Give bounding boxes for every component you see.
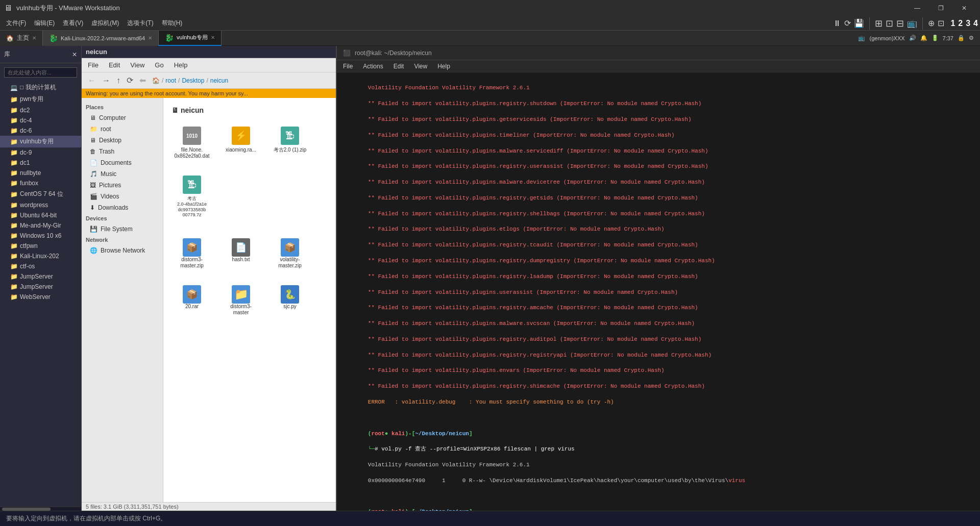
sidebar-item-documents[interactable]: 📄 Documents: [82, 157, 163, 168]
vm-item-win10[interactable]: 📁 Windows 10 x6: [0, 231, 81, 241]
vm-item-wordpress[interactable]: 📁 wordpress: [0, 200, 81, 210]
sidebar-item-videos[interactable]: 🎬 Videos: [82, 191, 163, 202]
sidebar-item-downloads[interactable]: ⬇ Downloads: [82, 202, 163, 213]
vm-item-funbox[interactable]: 📁 funbox: [0, 178, 81, 188]
file-item-distorm-folder[interactable]: 📁 distorm3-master: [220, 281, 261, 320]
file-item-20rar[interactable]: 📦 20.rar: [172, 281, 212, 320]
vm-item-dc2[interactable]: 📁 dc2: [0, 105, 81, 115]
term-menu-actions[interactable]: Actions: [361, 62, 385, 71]
file-item-dat[interactable]: 1010 file.None.0x862e2fa0.dat: [172, 122, 212, 163]
vm-item-pwn[interactable]: 📁 pwn专用: [0, 93, 81, 105]
vm-item-centos[interactable]: 📁 CentOS 7 64 位: [0, 188, 81, 200]
vm-item-vulnhub[interactable]: 📁 vulnhub专用: [0, 136, 81, 147]
sidebar-item-music[interactable]: 🎵 Music: [82, 168, 163, 180]
close-button[interactable]: ✕: [952, 0, 976, 16]
back2-button[interactable]: ⬅: [137, 74, 148, 86]
vm-item-ctfpwn[interactable]: 📁 ctfpwn: [0, 241, 81, 251]
toolbar-btn3[interactable]: ⊞: [875, 18, 883, 29]
toolbar-btn8[interactable]: ⊡: [938, 18, 944, 28]
vm-item-nullbyte[interactable]: 📁 nullbyte: [0, 168, 81, 178]
vm-item-jumpserver1[interactable]: 📁 JumpServer: [0, 271, 81, 282]
term-menu-edit[interactable]: Edit: [391, 62, 406, 71]
vm-item-webserver[interactable]: 📁 WebServer: [0, 292, 81, 302]
file-item-zip1[interactable]: 🗜 考古2.0 (1).zip: [270, 122, 310, 163]
breadcrumb-home[interactable]: 🏠: [152, 77, 160, 84]
vm-item-dc6[interactable]: 📁 dc-6: [0, 126, 81, 136]
menu-vm[interactable]: 虚拟机(M): [87, 17, 123, 30]
sidebar-item-trash[interactable]: 🗑 Trash: [82, 146, 163, 157]
tab-num-2[interactable]: 2: [958, 19, 963, 28]
file-manager-panel: neicun File Edit View Go Help ← → ↑ ⟳ ⬅ …: [82, 46, 337, 511]
breadcrumb-root[interactable]: root: [165, 77, 176, 84]
sidebar-close[interactable]: ✕: [72, 51, 77, 58]
file-item-ra[interactable]: ⚡ xiaoming.ra...: [220, 122, 261, 163]
sidebar-item-root[interactable]: 📁 root: [82, 123, 163, 135]
term-menu-help[interactable]: Help: [435, 62, 452, 71]
term-menu-file[interactable]: File: [341, 62, 355, 71]
tab-num-3[interactable]: 3: [966, 19, 970, 28]
file-icon-vol-zip: 📦: [281, 238, 299, 257]
tab-kali[interactable]: 🐉 Kali-Linux-2022.2-vmware-amd64 ✕: [43, 31, 159, 46]
main-statusbar: 要将输入定向到虚拟机，请在虚拟机内部单击或按 Ctrl+G。: [0, 511, 980, 526]
terminal-content[interactable]: Volatility Foundation Volatility Framewo…: [337, 72, 980, 511]
vm-search-input[interactable]: [4, 67, 77, 78]
file-item-7z[interactable]: 🗜 考古2.0-4ba1f2a1edc99733583b00779.7z: [172, 171, 212, 222]
sidebar-item-browse-network[interactable]: 🌐 Browse Network: [82, 245, 163, 256]
fm-menu-file[interactable]: File: [86, 60, 101, 70]
file-item-sjc[interactable]: 🐍 sjc.py: [270, 281, 310, 320]
vm-item-jumpserver2[interactable]: 📁 JumpServer: [0, 282, 81, 292]
toolbar-btn4[interactable]: ⊡: [886, 18, 893, 29]
minimize-button[interactable]: —: [905, 0, 929, 16]
maximize-button[interactable]: ❐: [929, 0, 952, 16]
toolbar-btn1[interactable]: ⟳: [844, 18, 851, 28]
menu-help[interactable]: 帮助(H): [158, 17, 187, 30]
vm-item-dc4[interactable]: 📁 dc-4: [0, 115, 81, 126]
file-item-volatility-zip[interactable]: 📦 volatility-master.zip: [270, 234, 310, 273]
tab-kali-close[interactable]: ✕: [148, 35, 152, 41]
home-icon: 🏠: [6, 35, 14, 42]
fm-menu-edit[interactable]: Edit: [107, 60, 122, 70]
vm-item-ubuntu[interactable]: 📁 Ubuntu 64-bit: [0, 210, 81, 220]
vm-item-dc1[interactable]: 📁 dc1: [0, 158, 81, 168]
file-name-dat: file.None.0x862e2fa0.dat: [175, 147, 210, 159]
menu-tab[interactable]: 选项卡(T): [123, 17, 157, 30]
term-menu-view[interactable]: View: [412, 62, 429, 71]
tab-num-1[interactable]: 1: [950, 19, 955, 28]
toolbar-btn6[interactable]: 📺: [907, 18, 917, 28]
tab-vulnhub-close[interactable]: ✕: [211, 35, 215, 40]
menu-view[interactable]: 查看(V): [59, 17, 87, 30]
devices-label: Devices: [82, 213, 163, 223]
back-button[interactable]: ←: [86, 75, 98, 86]
toolbar-btn5[interactable]: ⊟: [896, 18, 904, 29]
vm-tree-my-computer[interactable]: 💻 □ 我的计算机: [0, 82, 81, 93]
refresh-button[interactable]: ⟳: [125, 74, 135, 86]
file-item-distorm-zip[interactable]: 📦 distorm3-master.zip: [172, 234, 212, 273]
fm-menu-go[interactable]: Go: [153, 60, 165, 70]
tab-home[interactable]: 🏠 主页 ✕: [0, 31, 43, 46]
vm-item-me-girl[interactable]: 📁 Me-and-My-Gir: [0, 220, 81, 231]
breadcrumb-desktop[interactable]: Desktop: [182, 77, 204, 84]
toolbar-btn7[interactable]: ⊕: [928, 18, 935, 28]
tab-vulnhub[interactable]: 🐉 vulnhub专用 ✕: [159, 31, 222, 46]
sidebar-item-desktop[interactable]: 🖥 Desktop: [82, 135, 163, 146]
sidebar-item-pictures[interactable]: 🖼 Pictures: [82, 180, 163, 191]
tab-num-4[interactable]: 4: [973, 19, 978, 28]
file-item-hash[interactable]: 📄 hash.txt: [220, 234, 261, 273]
sidebar-item-computer[interactable]: 🖥 Computer: [82, 112, 163, 123]
file-name-sjc: sjc.py: [283, 304, 297, 310]
vm-icon-dc1: 📁: [10, 159, 18, 166]
pause-button[interactable]: ⏸: [833, 19, 841, 28]
vm-item-ctfos[interactable]: 📁 ctf-os: [0, 261, 81, 271]
tab-home-close[interactable]: ✕: [32, 35, 36, 41]
breadcrumb-neicun[interactable]: neicun: [210, 77, 228, 84]
forward-button[interactable]: →: [100, 75, 112, 86]
menu-edit[interactable]: 编辑(E): [30, 17, 59, 30]
fm-menu-help[interactable]: Help: [172, 60, 190, 70]
fm-menu-view[interactable]: View: [128, 60, 146, 70]
up-button[interactable]: ↑: [114, 75, 122, 86]
vm-item-kali[interactable]: 📁 Kali-Linux-202: [0, 251, 81, 261]
vm-item-dc9[interactable]: 📁 dc-9: [0, 147, 81, 158]
sidebar-item-filesystem[interactable]: 💾 File System: [82, 223, 163, 235]
toolbar-btn2[interactable]: 💾: [854, 18, 864, 28]
menu-file[interactable]: 文件(F): [2, 17, 30, 30]
